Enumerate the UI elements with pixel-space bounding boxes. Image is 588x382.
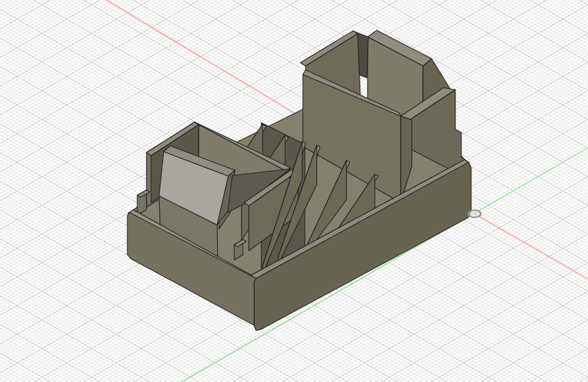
- model-canvas[interactable]: [0, 0, 588, 382]
- cad-viewport[interactable]: [0, 0, 588, 382]
- origin-point-marker[interactable]: [469, 210, 481, 218]
- origin-marker-group[interactable]: [469, 210, 481, 218]
- x-axis-red-far: [106, 0, 295, 113]
- x-axis-red-near: [474, 214, 588, 279]
- 3d-model-part[interactable]: [127, 30, 471, 331]
